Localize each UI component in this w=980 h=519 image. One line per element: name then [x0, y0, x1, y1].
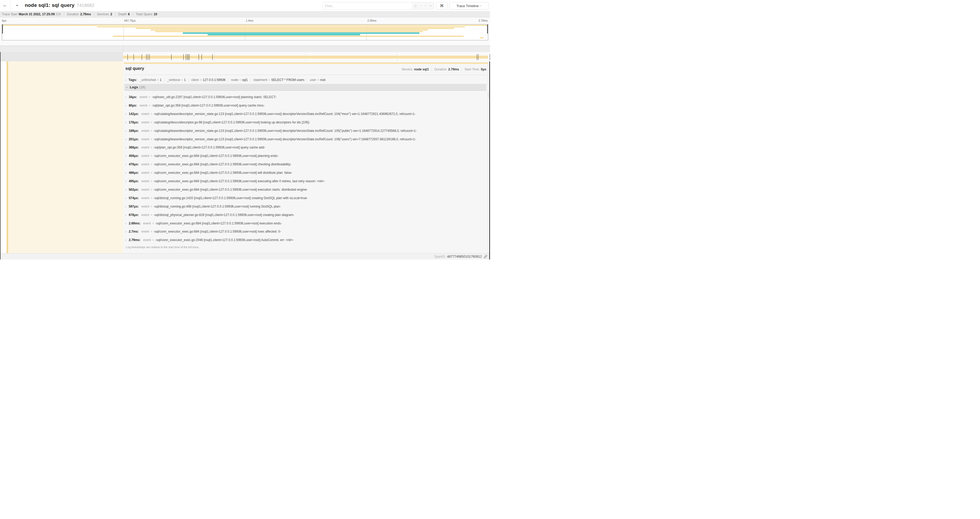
log-expand-chevron-icon[interactable]: ›	[126, 104, 126, 107]
log-expand-chevron-icon[interactable]: ›	[126, 163, 126, 166]
prev-result-icon[interactable]: ›	[419, 5, 423, 6]
log-row[interactable]: ›459μs:event=‹sql/conn_executor_exec.go:…	[126, 153, 486, 158]
log-row[interactable]: ›486μs:event=‹sql/conn_executor_exec.go:…	[126, 170, 486, 176]
page-title: node sql1: sql query7418682	[25, 2, 94, 8]
command-icon: ⌘	[440, 3, 444, 8]
locate-icon[interactable]: ◎	[414, 4, 417, 8]
services-label: Services	[97, 13, 109, 16]
tags-expand-chevron-icon[interactable]: ›	[126, 78, 126, 81]
span-log-marker[interactable]	[171, 54, 172, 60]
span-log-marker[interactable]	[127, 54, 128, 60]
keyboard-shortcuts-button[interactable]: ⌘	[436, 2, 448, 10]
log-row[interactable]: ›176μs:event=‹sql/catalog/descs/descript…	[126, 120, 486, 125]
log-event-key: event	[142, 129, 149, 133]
log-event-key: event	[142, 179, 149, 183]
log-expand-chevron-icon[interactable]: ›	[126, 171, 126, 174]
trace-view-selector[interactable]: Trace Timeline ›	[449, 2, 489, 10]
log-row[interactable]: ›574μs:event=‹sql/distsql_running.go:142…	[126, 195, 486, 201]
log-expand-chevron-icon[interactable]: ›	[126, 129, 126, 133]
left-edge-strip	[0, 52, 0, 260]
log-expand-chevron-icon[interactable]: ›	[126, 112, 126, 115]
log-expand-chevron-icon[interactable]: ›	[126, 238, 126, 241]
minimap-right-scrubber[interactable]	[487, 24, 488, 34]
tag-item: node=sql1	[231, 78, 248, 82]
log-row[interactable]: ›80μs:event=‹sql/plan_opt.go:358 [nsql1,…	[126, 103, 486, 108]
log-event-key: event	[142, 213, 149, 217]
clear-search-icon[interactable]: ✕	[429, 4, 432, 8]
log-row[interactable]: ›2.79ms:event=‹sql/conn_executor_exec.go…	[126, 237, 486, 243]
link-icon[interactable]	[484, 255, 487, 259]
log-row[interactable]: ›597μs:event=‹sql/distsql_running.go:498…	[126, 204, 486, 209]
log-message: ‹sql/distsql_running.go:498 [nsql1,clien…	[154, 204, 281, 208]
tag-item: client=127.0.0.1:59936	[191, 78, 226, 82]
log-row[interactable]: ›201μs:event=‹sql/catalog/lease/descript…	[126, 137, 486, 142]
back-button-zone[interactable]: ←	[0, 0, 10, 11]
log-event-key: event	[142, 137, 149, 141]
logs-footer-note: Log timestamps are relative to the start…	[126, 246, 199, 249]
minimap-span-bar	[151, 29, 428, 30]
log-event-key: event	[142, 204, 149, 208]
log-expand-chevron-icon[interactable]: ›	[126, 96, 126, 99]
logs-header[interactable]: › Logs (18)	[124, 84, 486, 91]
log-row[interactable]: ›678μs:event=‹sql/distsql_physical_plann…	[126, 212, 486, 217]
span-log-marker[interactable]	[212, 54, 213, 60]
log-equals: =	[149, 204, 154, 208]
minimap-canvas[interactable]	[2, 24, 488, 40]
log-row[interactable]: ›495μs:event=‹sql/conn_executor_exec.go:…	[126, 179, 486, 184]
log-expand-chevron-icon[interactable]: ›	[126, 180, 126, 183]
log-message: ‹sql/conn_executor_exec.go:684 [nsql1,cl…	[154, 163, 291, 166]
duration-value: 2.79ms	[449, 67, 459, 71]
span-log-marker[interactable]	[199, 54, 199, 60]
log-row[interactable]: ›476μs:event=‹sql/conn_executor_exec.go:…	[126, 162, 486, 167]
log-row[interactable]: ›502μs:event=‹sql/conn_executor_exec.go:…	[126, 187, 486, 192]
log-event-key: event	[142, 188, 149, 192]
trace-minimap[interactable]: 0μs697.75μs1.4ms2.09ms2.79ms	[0, 18, 490, 46]
back-arrow-icon[interactable]: ←	[3, 2, 7, 8]
log-row[interactable]: ›366μs:event=‹sql/plan_opt.go:358 [nsql1…	[126, 145, 486, 150]
log-expand-chevron-icon[interactable]: ›	[126, 205, 126, 208]
log-message: ‹sql/catalog/lease/descriptor_version_st…	[154, 137, 416, 141]
log-expand-chevron-icon[interactable]: ›	[126, 188, 126, 191]
log-row[interactable]: ›189μs:event=‹sql/catalog/lease/descript…	[126, 128, 486, 133]
tags-row[interactable]: › Tags: _unfinished=1_verbose=1client=12…	[126, 78, 325, 82]
minimap-left-scrubber[interactable]	[2, 24, 3, 34]
span-log-marker[interactable]	[186, 54, 186, 60]
span-log-marker[interactable]	[188, 54, 188, 60]
service-value: node sql1	[414, 67, 429, 71]
title-collapse-chevron-icon[interactable]: ›	[15, 5, 20, 6]
log-message: ‹sql/exec_util.go:2297 [nsql1,client=127…	[152, 95, 277, 99]
log-expand-chevron-icon[interactable]: ›	[126, 138, 126, 141]
log-timestamp: 189μs:	[129, 129, 139, 133]
log-timestamp: 80μs:	[129, 104, 137, 107]
duration-label: Duration:	[434, 67, 447, 71]
logs-collapse-chevron-icon[interactable]: ›	[126, 87, 129, 88]
log-expand-chevron-icon[interactable]: ›	[126, 222, 126, 225]
span-row-timeline[interactable]	[123, 52, 490, 61]
log-expand-chevron-icon[interactable]: ›	[126, 154, 126, 157]
span-log-marker[interactable]	[478, 54, 479, 60]
log-row[interactable]: ›2.69ms:event=‹sql/conn_executor_exec.go…	[126, 221, 486, 226]
find-group: ◎ › › ✕	[322, 2, 434, 10]
minimap-tick-label: 0μs	[2, 19, 6, 22]
span-log-marker[interactable]	[148, 54, 148, 60]
log-expand-chevron-icon[interactable]: ›	[126, 196, 126, 200]
span-log-marker[interactable]	[183, 54, 184, 60]
log-row[interactable]: ›34μs:event=‹sql/exec_util.go:2297 [nsql…	[126, 94, 486, 100]
next-result-icon[interactable]: ›	[423, 5, 427, 6]
span-log-marker[interactable]	[189, 54, 189, 60]
log-timestamp: 678μs:	[129, 213, 139, 217]
span-log-marker[interactable]	[146, 54, 146, 60]
log-expand-chevron-icon[interactable]: ›	[126, 213, 126, 217]
log-row[interactable]: ›142μs:event=‹sql/catalog/lease/descript…	[126, 111, 486, 117]
find-input[interactable]	[323, 2, 412, 9]
span-log-marker[interactable]	[134, 54, 134, 60]
log-timestamp: 476μs:	[129, 163, 139, 166]
span-log-marker[interactable]	[490, 54, 490, 60]
log-equals: =	[149, 154, 154, 158]
span-log-marker[interactable]	[477, 54, 477, 60]
span-row-service[interactable]: › node sql1 sql query	[0, 52, 123, 62]
log-row[interactable]: ›2.7ms:event=‹sql/conn_executor_exec.go:…	[126, 229, 486, 234]
log-expand-chevron-icon[interactable]: ›	[126, 230, 126, 233]
log-expand-chevron-icon[interactable]: ›	[126, 121, 126, 124]
log-expand-chevron-icon[interactable]: ›	[126, 146, 126, 149]
